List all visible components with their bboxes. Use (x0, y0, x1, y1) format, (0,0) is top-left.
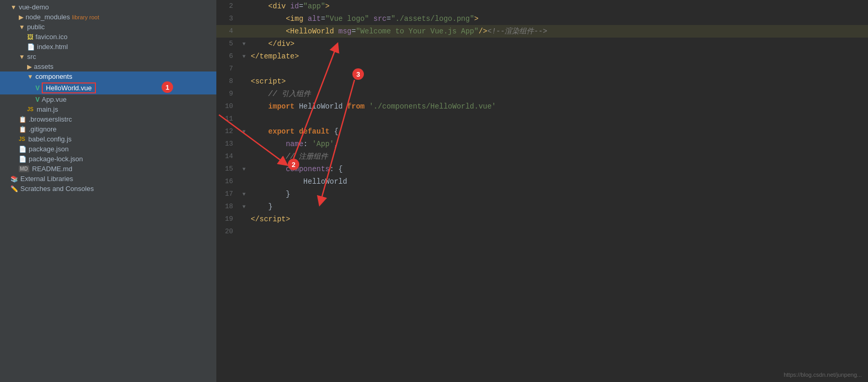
code-content: </template> (249, 50, 868, 63)
sidebar-item-label: HelloWorld.vue (42, 82, 96, 93)
code-line-18: 18 ▼ } (216, 200, 868, 213)
sidebar-item-label: package-lock.json (29, 155, 83, 163)
sidebar-item-scratches[interactable]: ✏️ Scratches and Consoles (0, 184, 216, 194)
code-line-11: 11 (216, 113, 868, 125)
sidebar-item-label: public (27, 23, 45, 31)
line-number: 15 (216, 163, 239, 175)
fold-button[interactable] (239, 175, 249, 188)
annotation-1: 1 (162, 81, 173, 93)
fold-button[interactable] (239, 213, 249, 225)
code-content: <script> (249, 75, 868, 88)
fold-button[interactable] (239, 100, 249, 113)
line-number: 20 (216, 225, 239, 238)
scratches-icon: ✏️ (10, 185, 18, 193)
html-icon: 📄 (27, 43, 35, 51)
code-line-4: 4 <HelloWorld msg="Welcome to Your Vue.j… (216, 25, 868, 38)
code-content: </div> (249, 38, 868, 50)
code-content: } (249, 200, 868, 213)
sidebar-item-label: .browserslistrc (29, 115, 72, 123)
sidebar-item-package-lock[interactable]: 📄 package-lock.json (0, 154, 216, 164)
sidebar-item-browserslistrc[interactable]: 📋 .browserslistrc (0, 114, 216, 124)
line-number: 9 (216, 88, 239, 100)
line-number: 2 (216, 0, 239, 13)
code-content: HelloWorld (249, 175, 868, 188)
line-number: 14 (216, 150, 239, 163)
sidebar-item-label: README.md (32, 165, 72, 173)
code-lines: 2 <div id="app"> 3 <img alt="Vue logo" s… (216, 0, 868, 238)
sidebar-item-external-libs[interactable]: 📚 External Libraries (0, 174, 216, 184)
sidebar-item-label: node_modules (26, 13, 70, 21)
sidebar-item-label: favicon.ico (35, 33, 67, 41)
file-icon: 📄 (19, 146, 27, 153)
fold-button[interactable] (239, 13, 249, 25)
file-tree[interactable]: ▼ vue-demo ▶ node_modules library root ▼… (0, 0, 216, 382)
vue-icon: V (35, 85, 40, 92)
folder-icon: ▶ (27, 63, 32, 70)
sidebar-item-helloworld[interactable]: V HelloWorld.vue 1 (0, 81, 216, 94)
sidebar-item-label: main.js (36, 105, 58, 113)
file-icon: 📋 (19, 126, 27, 133)
sidebar-item-vue-demo[interactable]: ▼ vue-demo (0, 2, 216, 12)
sidebar-item-index-html[interactable]: 📄 index.html (0, 42, 216, 52)
fold-button[interactable]: ▼ (239, 188, 249, 200)
js-icon: JS (27, 106, 33, 112)
line-number: 6 (216, 50, 239, 63)
sidebar-item-babel-config[interactable]: JS babel.config.js (0, 134, 216, 144)
js-icon: JS (19, 136, 25, 142)
sidebar-item-src[interactable]: ▼ src (0, 52, 216, 62)
fold-button[interactable] (239, 88, 249, 100)
code-line-14: 14 // 注册组件 (216, 150, 868, 163)
fold-button[interactable] (239, 75, 249, 88)
fold-button[interactable] (239, 0, 249, 13)
code-line-3: 3 <img alt="Vue logo" src="./assets/logo… (216, 13, 868, 25)
sidebar-item-components[interactable]: ▼ components (0, 71, 216, 81)
code-line-9: 9 // 引入组件 (216, 88, 868, 100)
fold-button[interactable]: ▼ (239, 125, 249, 138)
folder-icon: ▼ (19, 53, 25, 61)
fold-button[interactable] (239, 138, 249, 150)
sidebar-item-assets[interactable]: ▶ assets (0, 62, 216, 71)
fold-button[interactable] (239, 225, 249, 238)
folder-icon: ▼ (10, 4, 17, 11)
code-content: import HelloWorld from './components/Hel… (249, 100, 868, 113)
sidebar-item-label: assets (34, 63, 54, 70)
file-icon: 📋 (19, 116, 27, 123)
code-content (249, 113, 868, 125)
sidebar-item-favicon[interactable]: 🖼 favicon.ico (0, 32, 216, 42)
code-content: <HelloWorld msg="Welcome to Your Vue.js … (249, 25, 868, 38)
code-content: <div id="app"> (249, 0, 868, 13)
fold-button[interactable] (239, 63, 249, 75)
code-line-13: 13 name: 'App', (216, 138, 868, 150)
line-number: 16 (216, 175, 239, 188)
fold-button[interactable]: ▼ (239, 50, 249, 63)
line-number: 13 (216, 138, 239, 150)
code-line-16: 16 HelloWorld (216, 175, 868, 188)
code-content: // 引入组件 (249, 88, 868, 100)
sidebar-item-label: components (35, 73, 72, 80)
line-number: 8 (216, 75, 239, 88)
watermark: https://blog.csdn.net/junpeng... (784, 372, 862, 378)
code-content: components: { (249, 163, 868, 175)
code-content: name: 'App', (249, 138, 868, 150)
sidebar-item-main-js[interactable]: JS main.js (0, 104, 216, 114)
sidebar-item-package-json[interactable]: 📄 package.json (0, 144, 216, 154)
fold-button[interactable]: ▼ (239, 38, 249, 50)
sidebar-item-readme[interactable]: MD README.md (0, 164, 216, 174)
sidebar-item-public[interactable]: ▼ public (0, 22, 216, 32)
fold-button[interactable]: ▼ (239, 200, 249, 213)
line-number: 10 (216, 100, 239, 113)
line-number: 18 (216, 200, 239, 213)
sidebar-item-node-modules[interactable]: ▶ node_modules library root (0, 12, 216, 22)
line-number: 17 (216, 188, 239, 200)
sidebar-item-gitignore[interactable]: 📋 .gitignore (0, 124, 216, 134)
code-content (249, 63, 868, 75)
fold-button[interactable] (239, 25, 249, 38)
code-line-19: 19 </script> (216, 213, 868, 225)
fold-button[interactable] (239, 150, 249, 163)
code-line-10: 10 import HelloWorld from './components/… (216, 100, 868, 113)
line-number: 5 (216, 38, 239, 50)
sidebar-item-app-vue[interactable]: V App.vue (0, 94, 216, 104)
fold-button[interactable] (239, 113, 249, 125)
fold-button[interactable]: ▼ (239, 163, 249, 175)
sidebar-item-label: babel.config.js (28, 135, 71, 143)
